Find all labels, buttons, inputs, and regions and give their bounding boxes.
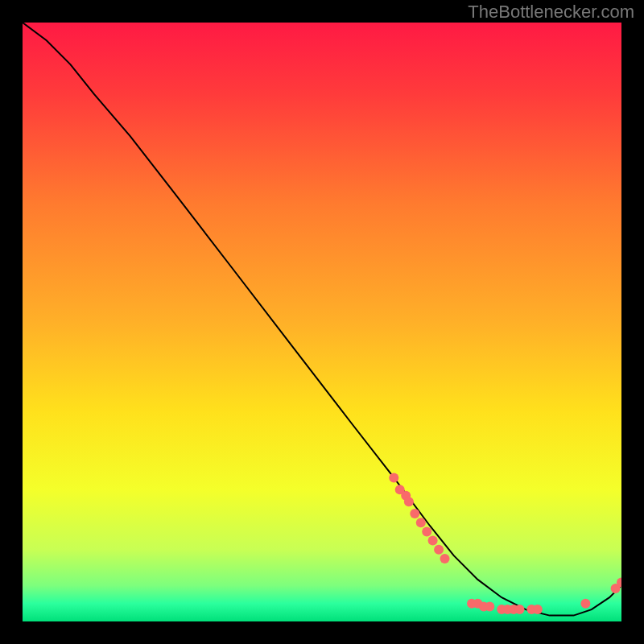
data-point [389,473,398,482]
data-point [404,497,414,506]
attribution-text: TheBottlenecker.com [468,2,634,23]
data-point [422,526,431,536]
data-point [410,509,419,518]
data-point [580,599,590,609]
data-point [428,536,438,546]
bottleneck-chart [23,23,621,621]
data-point [416,518,426,527]
chart-area [23,23,621,621]
data-point [515,605,525,614]
data-point [533,605,543,614]
data-point [434,545,444,555]
data-point [485,601,494,611]
data-point [440,554,450,564]
gradient-background [23,23,621,621]
